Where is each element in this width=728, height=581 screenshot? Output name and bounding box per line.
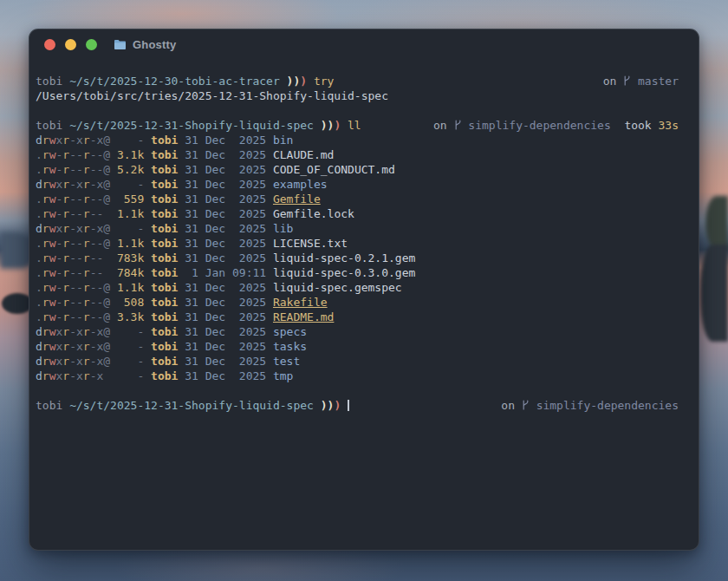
perm-char: - <box>69 310 76 323</box>
file-row: .rw-r--r--@ 559 tobi 31 Dec 2025 Gemfile <box>36 192 679 206</box>
perm-char: @ <box>103 163 110 176</box>
file-row: drwxr-xr-x@ - tobi 31 Dec 2025 tasks <box>36 339 679 354</box>
perm-char: d <box>36 178 42 191</box>
file-name: specs <box>273 325 307 338</box>
perm-char: r <box>83 148 90 161</box>
file-row: .rw-r--r--@ 1.1k tobi 31 Dec 2025 liquid… <box>36 280 679 295</box>
perm-char: r <box>83 178 90 191</box>
perm-char: r <box>83 340 90 353</box>
perm-char: @ <box>103 134 110 147</box>
perm-char: d <box>36 325 42 338</box>
perm-char: r <box>83 207 90 220</box>
perm-char <box>103 266 110 279</box>
close-button[interactable] <box>44 39 55 50</box>
file-owner: tobi <box>151 369 178 382</box>
prompt-line: tobi ~/s/t/2025-12-31-Shopify-liquid-spe… <box>36 118 679 133</box>
perm-char: @ <box>103 178 110 191</box>
perm-char: - <box>69 193 76 206</box>
file-date: 31 Dec 2025 <box>185 340 266 353</box>
file-size: 3.1k <box>117 148 144 161</box>
perm-char: @ <box>103 222 110 235</box>
took-duration: 33s <box>659 119 679 132</box>
perm-char: r <box>83 266 90 279</box>
file-row: drwxr-xr-x@ - tobi 31 Dec 2025 bin <box>36 133 679 147</box>
text-cursor <box>348 400 349 411</box>
perm-char: - <box>76 266 83 279</box>
perm-char: r <box>83 369 90 382</box>
perm-string: .rw-r--r--@ <box>36 281 110 294</box>
prompt-command: ll <box>348 119 361 132</box>
perm-char: - <box>76 163 83 176</box>
file-owner: tobi <box>151 266 178 279</box>
file-row: drwxr-xr-x@ - tobi 31 Dec 2025 examples <box>36 177 679 192</box>
file-date: 31 Dec 2025 <box>185 325 266 338</box>
perm-char: . <box>36 193 42 206</box>
perm-string: drwxr-xr-x@ <box>36 325 110 338</box>
file-owner: tobi <box>151 148 178 161</box>
file-name: tasks <box>273 340 307 353</box>
git-on-label: on <box>433 119 447 132</box>
file-date: 31 Dec 2025 <box>185 193 266 206</box>
perm-char: - <box>76 296 83 309</box>
perm-char: x <box>76 355 83 368</box>
file-name: Gemfile.lock <box>273 207 354 220</box>
perm-char: - <box>76 281 83 294</box>
perm-char: - <box>76 251 83 264</box>
perm-char: r <box>42 207 49 220</box>
file-name: liquid-spec-0.2.1.gem <box>273 251 415 264</box>
perm-char: - <box>76 148 83 161</box>
title-wrap: Ghostty <box>114 38 177 51</box>
file-owner: tobi <box>151 340 178 353</box>
git-branch-icon <box>623 75 631 89</box>
file-name: tmp <box>273 369 293 382</box>
perm-char: r <box>83 163 90 176</box>
window-title: Ghostty <box>133 38 177 51</box>
perm-string: drwxr-xr-x <box>36 369 110 382</box>
zoom-button[interactable] <box>86 39 97 50</box>
file-row: drwxr-xr-x@ - tobi 31 Dec 2025 lib <box>36 221 679 236</box>
git-status-segment: on simplify-dependencies <box>501 398 679 414</box>
prompt-path: ~/s/t/2025-12-31-Shopify-liquid-spec <box>69 399 314 412</box>
perm-char: r <box>42 266 49 279</box>
folder-icon <box>114 39 127 49</box>
perm-char <box>103 369 110 382</box>
perm-char: r <box>42 193 49 206</box>
file-date: 31 Dec 2025 <box>185 148 266 161</box>
minimize-button[interactable] <box>65 39 76 50</box>
perm-char: - <box>76 310 83 323</box>
traffic-lights <box>44 39 97 50</box>
perm-char: r <box>62 222 69 235</box>
perm-char: r <box>62 369 69 382</box>
perm-char: @ <box>103 281 110 294</box>
perm-char: r <box>62 148 69 161</box>
perm-char: - <box>69 251 76 264</box>
perm-char: r <box>62 325 69 338</box>
perm-char: r <box>62 296 69 309</box>
prompt-chevron: ) <box>334 119 341 132</box>
terminal-content[interactable]: tobi ~/s/t/2025-12-30-tobi-ac-tracer )))… <box>29 59 699 413</box>
file-date: 31 Dec 2025 <box>185 251 266 264</box>
file-size: 783k <box>117 251 144 264</box>
file-owner: tobi <box>151 163 178 176</box>
perm-char: r <box>42 163 49 176</box>
ghostty-window: Ghostty tobi ~/s/t/2025-12-30-tobi-ac-tr… <box>29 29 699 551</box>
perm-char: @ <box>103 355 110 368</box>
perm-char: r <box>42 251 49 264</box>
perm-char: - <box>69 237 76 250</box>
file-size: 508 <box>117 296 144 309</box>
perm-char: x <box>76 222 83 235</box>
blank-line <box>36 383 679 398</box>
file-name: examples <box>273 178 328 191</box>
perm-char: . <box>36 163 42 176</box>
took-label: took <box>624 119 651 132</box>
perm-char: r <box>83 193 90 206</box>
titlebar[interactable]: Ghostty <box>29 29 699 59</box>
file-size: 784k <box>117 266 144 279</box>
file-row: .rw-r--r--@ 3.1k tobi 31 Dec 2025 CLAUDE… <box>36 147 679 162</box>
file-owner: tobi <box>151 178 178 191</box>
git-on-label: on <box>501 399 515 412</box>
perm-char: r <box>62 237 69 250</box>
perm-char: . <box>36 251 42 264</box>
file-date: 31 Dec 2025 <box>185 296 266 309</box>
file-date: 31 Dec 2025 <box>185 237 266 250</box>
